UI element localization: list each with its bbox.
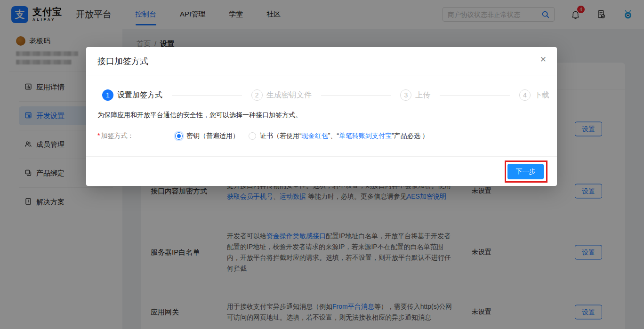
step-number: 4 [519,89,531,101]
field-label-text: 加签方式： [101,132,134,139]
radio-group: 密钥（普遍适用） 证书（若使用“现金红包”、“单笔转账到支付宝”产品必选 ） [175,132,429,140]
step-generate-key-file: 2 生成密钥文件 [251,89,312,101]
step-label: 下载 [534,90,549,100]
annotation-highlight-box [505,160,547,183]
step-connector [172,95,242,96]
step-upload: 3 上传 [400,89,430,101]
close-icon[interactable]: ✕ [540,56,547,64]
radio-certificate[interactable]: 证书（若使用“现金红包”、“单笔转账到支付宝”产品必选 ） [249,132,429,140]
inline-link[interactable]: 单笔转账到支付宝 [339,132,392,139]
text-segment: 密钥（普遍适用） [186,132,239,139]
step-label: 生成密钥文件 [266,90,312,100]
signing-method-field: *加签方式： 密钥（普遍适用） 证书（若使用“现金红包”、“单笔转账到支付宝”产… [97,132,546,140]
step-number: 1 [102,89,113,101]
text-segment: ”、“ [328,132,339,139]
text-segment: 证书（若使用“ [260,132,302,139]
radio-label: 证书（若使用“现金红包”、“单笔转账到支付宝”产品必选 ） [260,132,429,140]
modal-footer: 下一步 [86,156,557,186]
step-label: 上传 [415,90,430,100]
modal-header: 接口加签方式 ✕ [86,47,557,75]
step-number: 2 [251,89,263,101]
modal-intro-text: 为保障应用和开放平台通信的安全性，您可以选择一种接口加签方式。 [97,111,546,120]
step-connector [440,95,510,96]
radio-selected-icon [175,132,183,140]
text-segment: ”产品必选 ） [392,132,429,139]
modal-title: 接口加签方式 [97,56,148,67]
radio-unselected-icon [249,132,256,140]
radio-label: 密钥（普遍适用） [186,132,239,140]
step-connector [321,95,391,96]
step-label: 设置加签方式 [117,90,162,100]
step-set-signing-method: 1 设置加签方式 [102,89,162,101]
field-label: *加签方式： [97,132,175,140]
step-number: 3 [400,89,411,101]
steps-bar: 1 设置加签方式 2 生成密钥文件 3 上传 4 下载 [86,75,557,101]
step-download: 4 下载 [519,89,549,101]
required-mark: * [97,132,100,139]
signing-method-modal: 接口加签方式 ✕ 1 设置加签方式 2 生成密钥文件 3 上传 4 下载 为保障… [86,47,557,186]
radio-key[interactable]: 密钥（普遍适用） [175,132,239,140]
inline-link[interactable]: 现金红包 [302,132,328,139]
